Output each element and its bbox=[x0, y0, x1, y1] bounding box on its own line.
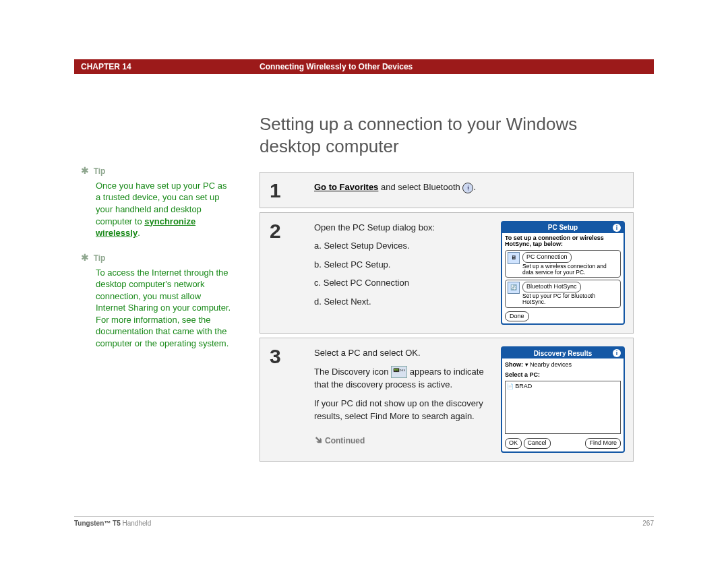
asterisk-icon: ✱ bbox=[81, 165, 89, 176]
done-button: Done bbox=[505, 311, 529, 322]
pc-setup-instructions: To set up a connection or wireless HotSy… bbox=[505, 235, 621, 249]
list-item: BRAD bbox=[507, 382, 619, 392]
bluetooth-hotsync-button: Bluetooth HotSync bbox=[522, 282, 581, 292]
step-2: 2 Open the PC Setup dialog box: a. Selec… bbox=[260, 212, 634, 334]
bluetooth-icon: ᚼ bbox=[462, 183, 473, 193]
info-icon: i bbox=[613, 224, 621, 232]
tip-1: ✱ Tip Once you have set up your PC as a … bbox=[81, 164, 233, 239]
pc-setup-screenshot: PC Setup i To set up a connection or wir… bbox=[501, 221, 625, 325]
go-to-favorites-link[interactable]: Go to Favorites bbox=[314, 182, 378, 192]
continued-label: ➔Continued bbox=[314, 433, 493, 448]
step-body: Select a PC and select OK. The Discovery… bbox=[314, 338, 633, 461]
discovery-icon: 📟››› bbox=[391, 366, 407, 378]
tip-label: Tip bbox=[94, 253, 106, 263]
bluetooth-hotsync-option: 🔄 Bluetooth HotSync Set up your PC for B… bbox=[505, 280, 621, 307]
chapter-label: CHAPTER 14 bbox=[74, 62, 260, 71]
pc-setup-title: PC Setup i bbox=[502, 222, 624, 233]
step-number: 2 bbox=[260, 213, 314, 334]
tips-sidebar: ✱ Tip Once you have set up your PC as a … bbox=[81, 164, 233, 361]
hotsync-icon: 🔄 bbox=[508, 282, 520, 294]
find-more-button: Find More bbox=[585, 438, 621, 449]
page-title: Setting up a connection to your Windows … bbox=[260, 113, 640, 157]
step-number: 1 bbox=[260, 173, 314, 208]
page-number: 267 bbox=[642, 520, 654, 532]
chapter-header: CHAPTER 14 Connecting Wirelessly to Othe… bbox=[74, 59, 654, 74]
pc-connection-button: PC Connection bbox=[522, 252, 572, 263]
show-row: Show: ▾ Nearby devices bbox=[505, 361, 621, 370]
step-1: 1 Go to Favorites and select Bluetooth ᚼ… bbox=[260, 172, 634, 208]
steps-container: 1 Go to Favorites and select Bluetooth ᚼ… bbox=[260, 172, 634, 466]
pc-list: BRAD bbox=[505, 381, 621, 434]
tip-2: ✱ Tip To access the Internet through the… bbox=[81, 251, 233, 350]
product-name: Tungsten™ T5 Handheld bbox=[74, 520, 151, 532]
cancel-button: Cancel bbox=[524, 438, 551, 449]
pc-connection-option: 🖥 PC Connection Set up a wireless connec… bbox=[505, 250, 621, 278]
discovery-title: Discovery Results i bbox=[502, 348, 624, 358]
discovery-results-screenshot: Discovery Results i Show: ▾ Nearby devic… bbox=[501, 346, 625, 453]
info-icon: i bbox=[613, 349, 621, 357]
tip-body: Once you have set up your PC as a truste… bbox=[96, 180, 233, 239]
step-body: Go to Favorites and select Bluetooth ᚼ. bbox=[314, 173, 633, 208]
tip-body: To access the Internet through the deskt… bbox=[96, 267, 233, 350]
step-3: 3 Select a PC and select OK. The Discove… bbox=[260, 338, 634, 462]
pc-icon: 🖥 bbox=[508, 252, 520, 264]
select-pc-label: Select a PC: bbox=[505, 371, 621, 380]
asterisk-icon: ✱ bbox=[81, 252, 89, 263]
chapter-title: Connecting Wirelessly to Other Devices bbox=[260, 62, 413, 71]
step-number: 3 bbox=[260, 338, 314, 461]
page-footer: Tungsten™ T5 Handheld 267 bbox=[74, 516, 654, 532]
tip-label: Tip bbox=[94, 166, 106, 176]
ok-button: OK bbox=[505, 438, 522, 449]
step-body: Open the PC Setup dialog box: a. Select … bbox=[314, 213, 633, 334]
